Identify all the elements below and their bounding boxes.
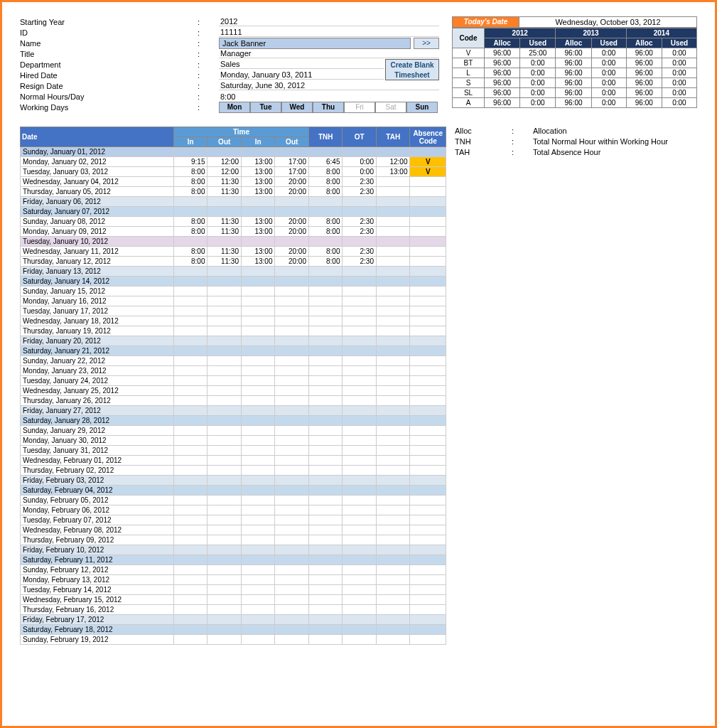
time-cell[interactable] bbox=[275, 277, 309, 287]
timesheet-row[interactable]: Friday, February 03, 2012 bbox=[21, 476, 446, 486]
date-cell[interactable]: Friday, February 17, 2012 bbox=[21, 615, 174, 625]
time-cell[interactable] bbox=[275, 326, 309, 336]
time-cell[interactable]: 0:00 bbox=[343, 157, 377, 167]
timesheet-row[interactable]: Monday, January 09, 20128:0011:3013:0020… bbox=[21, 227, 446, 237]
time-cell[interactable] bbox=[173, 287, 207, 296]
time-cell[interactable] bbox=[173, 515, 207, 525]
timesheet-row[interactable]: Sunday, February 19, 2012 bbox=[21, 635, 446, 645]
time-cell[interactable] bbox=[376, 615, 410, 625]
date-cell[interactable]: Saturday, January 28, 2012 bbox=[21, 416, 174, 426]
time-cell[interactable] bbox=[376, 316, 410, 326]
time-cell[interactable] bbox=[343, 486, 377, 496]
time-cell[interactable] bbox=[376, 565, 410, 575]
absence-cell[interactable] bbox=[410, 296, 446, 306]
absence-cell[interactable] bbox=[410, 396, 446, 406]
time-cell[interactable] bbox=[275, 496, 309, 505]
time-cell[interactable] bbox=[173, 406, 207, 416]
time-cell[interactable] bbox=[308, 287, 343, 296]
time-cell[interactable] bbox=[308, 635, 343, 645]
timesheet-row[interactable]: Sunday, January 22, 2012 bbox=[21, 356, 446, 366]
time-cell[interactable] bbox=[376, 257, 410, 267]
time-cell[interactable] bbox=[308, 366, 343, 376]
time-cell[interactable]: 8:00 bbox=[173, 257, 207, 267]
time-cell[interactable] bbox=[376, 396, 410, 406]
time-cell[interactable] bbox=[241, 535, 275, 545]
date-cell[interactable]: Wednesday, February 08, 2012 bbox=[21, 525, 174, 535]
time-cell[interactable] bbox=[343, 406, 377, 416]
absence-cell[interactable] bbox=[410, 207, 446, 217]
date-cell[interactable]: Monday, January 09, 2012 bbox=[21, 227, 174, 237]
time-cell[interactable] bbox=[241, 306, 275, 316]
timesheet-row[interactable]: Wednesday, January 11, 20128:0011:3013:0… bbox=[21, 247, 446, 257]
time-cell[interactable] bbox=[241, 147, 275, 157]
date-cell[interactable]: Tuesday, February 14, 2012 bbox=[21, 585, 174, 595]
value-hired[interactable]: Monday, January 03, 2011 bbox=[219, 70, 384, 80]
time-cell[interactable] bbox=[241, 207, 275, 217]
time-cell[interactable]: 2:30 bbox=[343, 257, 377, 267]
time-cell[interactable] bbox=[207, 197, 242, 207]
time-cell[interactable]: 8:00 bbox=[308, 187, 343, 197]
time-cell[interactable]: 11:30 bbox=[207, 257, 242, 267]
absence-cell[interactable] bbox=[410, 356, 446, 366]
date-cell[interactable]: Tuesday, February 07, 2012 bbox=[21, 515, 174, 525]
date-cell[interactable]: Wednesday, January 18, 2012 bbox=[21, 316, 174, 326]
date-cell[interactable]: Friday, February 10, 2012 bbox=[21, 545, 174, 555]
timesheet-row[interactable]: Thursday, January 12, 20128:0011:3013:00… bbox=[21, 257, 446, 267]
date-cell[interactable]: Tuesday, January 03, 2012 bbox=[21, 167, 174, 177]
time-cell[interactable]: 13:00 bbox=[241, 167, 275, 177]
time-cell[interactable] bbox=[275, 545, 309, 555]
day-sun[interactable]: Sun bbox=[406, 102, 438, 113]
time-cell[interactable] bbox=[173, 386, 207, 396]
time-cell[interactable] bbox=[207, 356, 242, 366]
timesheet-row[interactable]: Wednesday, February 01, 2012 bbox=[21, 456, 446, 466]
value-starting-year[interactable]: 2012 bbox=[219, 17, 439, 26]
absence-cell[interactable] bbox=[410, 605, 446, 615]
time-cell[interactable] bbox=[207, 615, 242, 625]
time-cell[interactable]: 8:00 bbox=[308, 257, 343, 267]
time-cell[interactable] bbox=[343, 515, 377, 525]
absence-cell[interactable] bbox=[410, 287, 446, 296]
time-cell[interactable]: 9:15 bbox=[173, 157, 207, 167]
time-cell[interactable] bbox=[275, 525, 309, 535]
timesheet-row[interactable]: Sunday, February 05, 2012 bbox=[21, 496, 446, 505]
time-cell[interactable] bbox=[207, 296, 242, 306]
time-cell[interactable] bbox=[308, 376, 343, 386]
value-hours[interactable]: 8:00 bbox=[219, 92, 439, 101]
time-cell[interactable] bbox=[275, 416, 309, 426]
time-cell[interactable] bbox=[207, 237, 242, 247]
day-thu[interactable]: Thu bbox=[313, 102, 344, 113]
time-cell[interactable] bbox=[376, 227, 410, 237]
time-cell[interactable] bbox=[275, 376, 309, 386]
time-cell[interactable] bbox=[275, 466, 309, 476]
date-cell[interactable]: Sunday, February 12, 2012 bbox=[21, 565, 174, 575]
time-cell[interactable] bbox=[275, 615, 309, 625]
time-cell[interactable] bbox=[241, 446, 275, 456]
time-cell[interactable]: 8:00 bbox=[308, 217, 343, 227]
time-cell[interactable] bbox=[275, 555, 309, 565]
time-cell[interactable] bbox=[173, 356, 207, 366]
absence-cell[interactable] bbox=[410, 346, 446, 356]
timesheet-row[interactable]: Saturday, January 14, 2012 bbox=[21, 277, 446, 287]
time-cell[interactable] bbox=[173, 595, 207, 605]
time-cell[interactable] bbox=[376, 505, 410, 515]
date-cell[interactable]: Tuesday, January 10, 2012 bbox=[21, 237, 174, 247]
absence-cell[interactable] bbox=[410, 535, 446, 545]
time-cell[interactable] bbox=[207, 555, 242, 565]
time-cell[interactable] bbox=[173, 147, 207, 157]
date-cell[interactable]: Wednesday, January 11, 2012 bbox=[21, 247, 174, 257]
time-cell[interactable] bbox=[343, 535, 377, 545]
time-cell[interactable] bbox=[343, 416, 377, 426]
time-cell[interactable]: 8:00 bbox=[173, 217, 207, 227]
timesheet-row[interactable]: Wednesday, January 18, 2012 bbox=[21, 316, 446, 326]
time-cell[interactable]: 0:00 bbox=[343, 167, 377, 177]
date-cell[interactable]: Wednesday, January 25, 2012 bbox=[21, 386, 174, 396]
time-cell[interactable] bbox=[241, 486, 275, 496]
absence-cell[interactable] bbox=[410, 267, 446, 277]
time-cell[interactable] bbox=[308, 486, 343, 496]
absence-cell[interactable] bbox=[410, 406, 446, 416]
absence-cell[interactable] bbox=[410, 237, 446, 247]
date-cell[interactable]: Monday, February 13, 2012 bbox=[21, 575, 174, 585]
time-cell[interactable] bbox=[275, 446, 309, 456]
time-cell[interactable] bbox=[207, 147, 242, 157]
time-cell[interactable] bbox=[241, 277, 275, 287]
